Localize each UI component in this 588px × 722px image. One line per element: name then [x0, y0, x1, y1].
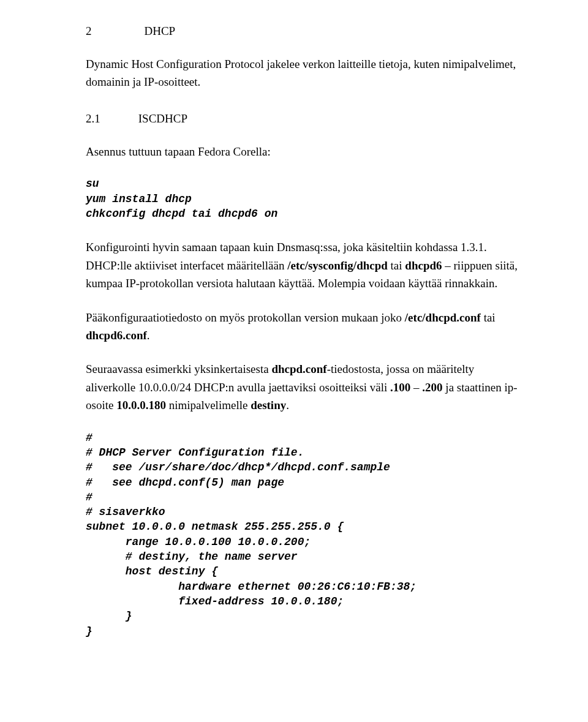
- subsection-heading-row: 2.1 ISCDHCP: [86, 112, 527, 126]
- config-code-block: # # DHCP Server Configuration file. # se…: [86, 431, 527, 639]
- text-span: nimipalvelimelle: [166, 399, 251, 412]
- value-bold: .200: [422, 381, 442, 394]
- hostname-bold: destiny: [251, 399, 286, 412]
- konfig-paragraph: Konfigurointi hyvin samaan tapaan kuin D…: [86, 238, 527, 292]
- subsection-title: ISCDHCP: [138, 112, 187, 126]
- path-bold: /etc/dhcpd.conf: [405, 311, 481, 324]
- install-code-block: su yum install dhcp chkconfig dhcpd tai …: [86, 176, 527, 221]
- section-heading-row: 2 DHCP: [86, 24, 527, 38]
- path-bold: dhcpd6: [405, 259, 442, 272]
- subsection-number: 2.1: [86, 112, 100, 126]
- install-label: Asennus tuttuun tapaan Fedora Corella:: [86, 143, 527, 160]
- value-bold: 10.0.0.180: [116, 399, 166, 412]
- value-bold: .100: [390, 381, 410, 394]
- text-span: Seuraavassa esimerkki yksinkertaisesta: [86, 363, 271, 375]
- example-paragraph: Seuraavassa esimerkki yksinkertaisesta d…: [86, 360, 527, 414]
- path-bold: dhcpd6.conf: [86, 329, 147, 342]
- paakonf-paragraph: Pääkonfiguraatiotiedosto on myös protoko…: [86, 309, 527, 345]
- text-span: .: [147, 329, 150, 342]
- text-span: .: [286, 399, 289, 412]
- text-span: tai: [388, 259, 405, 272]
- section-title: DHCP: [145, 24, 176, 38]
- path-bold: /etc/sysconfig/dhcpd: [287, 259, 388, 272]
- document-page: 2 DHCP Dynamic Host Configuration Protoc…: [0, 0, 588, 705]
- text-span: tai: [481, 311, 496, 324]
- intro-paragraph: Dynamic Host Configuration Protocol jake…: [86, 55, 527, 91]
- section-number: 2: [86, 24, 92, 38]
- filename-bold: dhcpd.conf: [271, 363, 326, 375]
- text-span: –: [410, 381, 422, 394]
- text-span: Pääkonfiguraatiotiedosto on myös protoko…: [86, 311, 405, 324]
